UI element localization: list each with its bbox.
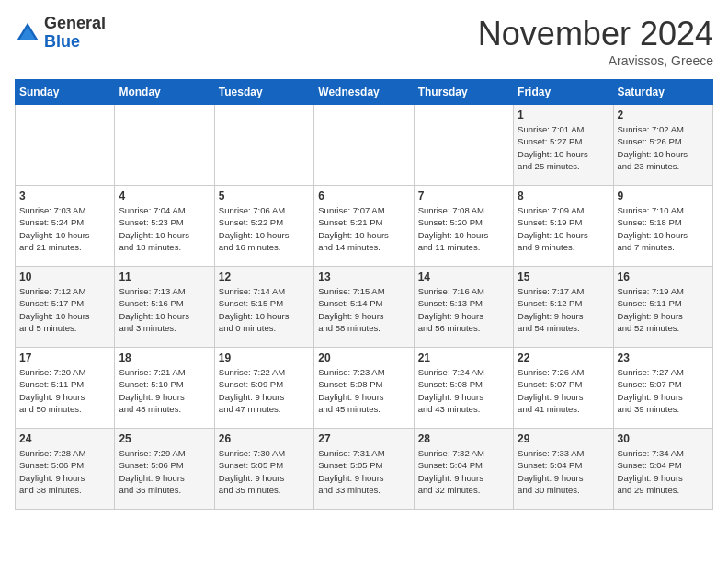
day-info: Sunrise: 7:09 AM Sunset: 5:19 PM Dayligh… <box>518 204 609 253</box>
calendar-cell: 18Sunrise: 7:21 AM Sunset: 5:10 PM Dayli… <box>115 348 214 429</box>
day-number: 15 <box>518 270 609 283</box>
week-row-2: 3Sunrise: 7:03 AM Sunset: 5:24 PM Daylig… <box>16 186 713 267</box>
calendar-cell: 21Sunrise: 7:24 AM Sunset: 5:08 PM Dayli… <box>414 348 513 429</box>
day-info: Sunrise: 7:14 AM Sunset: 5:15 PM Dayligh… <box>219 285 310 334</box>
calendar-cell: 11Sunrise: 7:13 AM Sunset: 5:16 PM Dayli… <box>115 267 214 348</box>
weekday-header-tuesday: Tuesday <box>214 80 313 105</box>
day-info: Sunrise: 7:01 AM Sunset: 5:27 PM Dayligh… <box>518 123 609 172</box>
day-number: 30 <box>618 432 709 445</box>
week-row-3: 10Sunrise: 7:12 AM Sunset: 5:17 PM Dayli… <box>16 267 713 348</box>
calendar-cell: 8Sunrise: 7:09 AM Sunset: 5:19 PM Daylig… <box>514 186 613 267</box>
day-number: 17 <box>19 351 110 364</box>
calendar-cell: 28Sunrise: 7:32 AM Sunset: 5:04 PM Dayli… <box>414 429 513 510</box>
day-number: 8 <box>518 190 609 202</box>
day-number: 9 <box>618 190 709 202</box>
day-number: 5 <box>219 190 310 202</box>
day-info: Sunrise: 7:24 AM Sunset: 5:08 PM Dayligh… <box>418 366 509 415</box>
day-info: Sunrise: 7:17 AM Sunset: 5:12 PM Dayligh… <box>518 285 609 334</box>
day-info: Sunrise: 7:34 AM Sunset: 5:04 PM Dayligh… <box>618 447 709 496</box>
calendar-cell: 25Sunrise: 7:29 AM Sunset: 5:06 PM Dayli… <box>115 429 214 510</box>
day-number: 26 <box>219 432 310 445</box>
calendar-cell: 22Sunrise: 7:26 AM Sunset: 5:07 PM Dayli… <box>514 348 613 429</box>
day-info: Sunrise: 7:31 AM Sunset: 5:05 PM Dayligh… <box>318 447 409 496</box>
calendar-cell: 16Sunrise: 7:19 AM Sunset: 5:11 PM Dayli… <box>613 267 712 348</box>
weekday-header-saturday: Saturday <box>613 80 712 105</box>
calendar-cell: 30Sunrise: 7:34 AM Sunset: 5:04 PM Dayli… <box>613 429 712 510</box>
day-info: Sunrise: 7:33 AM Sunset: 5:04 PM Dayligh… <box>518 447 609 496</box>
calendar-table: SundayMondayTuesdayWednesdayThursdayFrid… <box>15 79 713 510</box>
calendar-cell: 9Sunrise: 7:10 AM Sunset: 5:18 PM Daylig… <box>613 186 712 267</box>
logo-general-text: General <box>44 14 106 32</box>
day-number: 10 <box>19 270 110 283</box>
day-number: 2 <box>618 109 709 121</box>
day-info: Sunrise: 7:16 AM Sunset: 5:13 PM Dayligh… <box>418 285 509 334</box>
calendar-cell: 7Sunrise: 7:08 AM Sunset: 5:20 PM Daylig… <box>414 186 513 267</box>
weekday-header-row: SundayMondayTuesdayWednesdayThursdayFrid… <box>16 80 713 105</box>
title-block: November 2024 Aravissos, Greece <box>478 15 713 68</box>
day-info: Sunrise: 7:28 AM Sunset: 5:06 PM Dayligh… <box>19 447 110 496</box>
day-number: 25 <box>119 432 210 445</box>
day-number: 11 <box>119 270 210 283</box>
day-number: 4 <box>119 190 210 202</box>
day-info: Sunrise: 7:22 AM Sunset: 5:09 PM Dayligh… <box>219 366 310 415</box>
day-number: 14 <box>418 270 509 283</box>
day-info: Sunrise: 7:30 AM Sunset: 5:05 PM Dayligh… <box>219 447 310 496</box>
weekday-header-wednesday: Wednesday <box>314 80 414 105</box>
day-number: 7 <box>418 190 509 202</box>
calendar-cell: 1Sunrise: 7:01 AM Sunset: 5:27 PM Daylig… <box>514 105 613 186</box>
day-info: Sunrise: 7:04 AM Sunset: 5:23 PM Dayligh… <box>119 204 210 253</box>
day-info: Sunrise: 7:32 AM Sunset: 5:04 PM Dayligh… <box>418 447 509 496</box>
week-row-1: 1Sunrise: 7:01 AM Sunset: 5:27 PM Daylig… <box>16 105 713 186</box>
day-info: Sunrise: 7:21 AM Sunset: 5:10 PM Dayligh… <box>119 366 210 415</box>
weekday-header-monday: Monday <box>115 80 214 105</box>
day-number: 23 <box>618 351 709 364</box>
logo-blue-text: Blue <box>44 32 80 51</box>
calendar-cell <box>115 105 214 186</box>
day-info: Sunrise: 7:27 AM Sunset: 5:07 PM Dayligh… <box>618 366 709 415</box>
day-number: 24 <box>19 432 110 445</box>
day-info: Sunrise: 7:08 AM Sunset: 5:20 PM Dayligh… <box>418 204 509 253</box>
calendar-cell: 14Sunrise: 7:16 AM Sunset: 5:13 PM Dayli… <box>414 267 513 348</box>
calendar-cell: 4Sunrise: 7:04 AM Sunset: 5:23 PM Daylig… <box>115 186 214 267</box>
calendar-cell <box>414 105 513 186</box>
calendar-cell: 10Sunrise: 7:12 AM Sunset: 5:17 PM Dayli… <box>16 267 115 348</box>
calendar-cell: 20Sunrise: 7:23 AM Sunset: 5:08 PM Dayli… <box>314 348 414 429</box>
day-info: Sunrise: 7:29 AM Sunset: 5:06 PM Dayligh… <box>119 447 210 496</box>
day-number: 12 <box>219 270 310 283</box>
day-number: 22 <box>518 351 609 364</box>
calendar-cell: 13Sunrise: 7:15 AM Sunset: 5:14 PM Dayli… <box>314 267 414 348</box>
day-number: 16 <box>618 270 709 283</box>
day-info: Sunrise: 7:26 AM Sunset: 5:07 PM Dayligh… <box>518 366 609 415</box>
calendar-cell: 5Sunrise: 7:06 AM Sunset: 5:22 PM Daylig… <box>214 186 313 267</box>
day-number: 1 <box>518 109 609 121</box>
page-header: General Blue November 2024 Aravissos, Gr… <box>15 15 713 68</box>
day-number: 6 <box>318 190 409 202</box>
day-info: Sunrise: 7:10 AM Sunset: 5:18 PM Dayligh… <box>618 204 709 253</box>
calendar-cell: 6Sunrise: 7:07 AM Sunset: 5:21 PM Daylig… <box>314 186 414 267</box>
day-info: Sunrise: 7:06 AM Sunset: 5:22 PM Dayligh… <box>219 204 310 253</box>
calendar-cell: 17Sunrise: 7:20 AM Sunset: 5:11 PM Dayli… <box>16 348 115 429</box>
calendar-cell <box>214 105 313 186</box>
day-info: Sunrise: 7:13 AM Sunset: 5:16 PM Dayligh… <box>119 285 210 334</box>
month-title: November 2024 <box>478 15 713 53</box>
calendar-cell: 24Sunrise: 7:28 AM Sunset: 5:06 PM Dayli… <box>16 429 115 510</box>
day-number: 19 <box>219 351 310 364</box>
weekday-header-thursday: Thursday <box>414 80 513 105</box>
location-subtitle: Aravissos, Greece <box>478 53 713 68</box>
week-row-5: 24Sunrise: 7:28 AM Sunset: 5:06 PM Dayli… <box>16 429 713 510</box>
day-number: 29 <box>518 432 609 445</box>
week-row-4: 17Sunrise: 7:20 AM Sunset: 5:11 PM Dayli… <box>16 348 713 429</box>
calendar-cell: 12Sunrise: 7:14 AM Sunset: 5:15 PM Dayli… <box>214 267 313 348</box>
day-info: Sunrise: 7:23 AM Sunset: 5:08 PM Dayligh… <box>318 366 409 415</box>
logo: General Blue <box>15 15 106 52</box>
day-info: Sunrise: 7:03 AM Sunset: 5:24 PM Dayligh… <box>19 204 110 253</box>
day-number: 18 <box>119 351 210 364</box>
day-info: Sunrise: 7:07 AM Sunset: 5:21 PM Dayligh… <box>318 204 409 253</box>
day-number: 27 <box>318 432 409 445</box>
calendar-cell: 15Sunrise: 7:17 AM Sunset: 5:12 PM Dayli… <box>514 267 613 348</box>
day-info: Sunrise: 7:19 AM Sunset: 5:11 PM Dayligh… <box>618 285 709 334</box>
weekday-header-friday: Friday <box>514 80 613 105</box>
calendar-cell: 29Sunrise: 7:33 AM Sunset: 5:04 PM Dayli… <box>514 429 613 510</box>
calendar-cell: 26Sunrise: 7:30 AM Sunset: 5:05 PM Dayli… <box>214 429 313 510</box>
logo-icon <box>15 20 40 46</box>
